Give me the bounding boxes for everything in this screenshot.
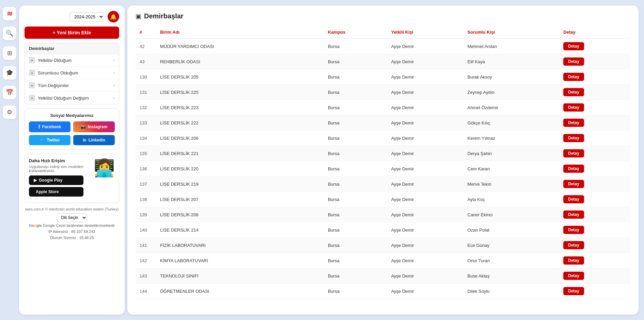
table-row: 135 LİSE DERSLİK 221 Bursa Ayşe Demir De… bbox=[136, 146, 630, 161]
cell-detay[interactable]: Detay bbox=[559, 192, 630, 207]
cell-sorumlu: Derya Şahin bbox=[464, 146, 560, 161]
detay-button[interactable]: Detay bbox=[563, 57, 584, 66]
cell-yetkili: Ayşe Demir bbox=[387, 100, 463, 115]
detay-button[interactable]: Detay bbox=[563, 149, 584, 157]
cell-kampus: Bursa bbox=[324, 207, 387, 222]
cell-birim: LİSE DERSLİK 206 bbox=[156, 131, 324, 146]
sidebar-item-settings[interactable]: ⚙ bbox=[3, 105, 16, 119]
sidebar-item-grid[interactable]: ⊞ bbox=[3, 46, 16, 60]
facebook-button[interactable]: f Facebook bbox=[29, 121, 70, 132]
language-select[interactable]: Dili Seçin bbox=[57, 213, 87, 222]
table-row: 130 LİSE DERSLİK 205 Bursa Ayşe Demir Bu… bbox=[136, 69, 630, 85]
cell-detay[interactable]: Detay bbox=[559, 268, 630, 284]
menu-item-sorumlu[interactable]: ▪ Sorumlusu Olduğum › bbox=[25, 67, 119, 79]
cell-detay[interactable]: Detay bbox=[559, 253, 630, 268]
cell-sorumlu: Buse Aktaş bbox=[464, 268, 560, 284]
cell-id: 135 bbox=[136, 146, 156, 161]
detay-button[interactable]: Detay bbox=[563, 73, 584, 81]
cell-birim: FİZİK LABORATUVARI bbox=[156, 238, 324, 253]
sidebar-item-graduation[interactable]: 🎓 bbox=[3, 66, 16, 80]
quick-access-desc: Uygulamayı indirip tüm modülleri kullana… bbox=[29, 165, 90, 173]
cell-id: 138 bbox=[136, 192, 156, 207]
detay-button[interactable]: Detay bbox=[563, 42, 584, 50]
cell-sorumlu: Gökçe Kılıç bbox=[464, 115, 560, 131]
instagram-button[interactable]: 📷 Instagram bbox=[73, 121, 115, 132]
apple-store-button[interactable]: Apple Store bbox=[29, 187, 83, 197]
detay-button[interactable]: Detay bbox=[563, 256, 584, 265]
col-header-id: # bbox=[136, 26, 156, 38]
table-body: 42 MÜDÜR YARDIMCI ODASI Bursa Ayşe Demir… bbox=[136, 38, 630, 299]
table-row: 136 LİSE DERSLİK 220 Bursa Ayşe Demir Ce… bbox=[136, 161, 630, 176]
twitter-button[interactable]: 🐦 Twitter bbox=[29, 135, 70, 145]
cell-yetkili: Ayşe Demir bbox=[387, 69, 463, 85]
google-play-button[interactable]: ▶ Google Play bbox=[29, 175, 83, 185]
cell-yetkili: Ayşe Demir bbox=[387, 54, 463, 69]
cell-sorumlu: Onur Turan bbox=[464, 253, 560, 268]
grid-icon: ⊞ bbox=[7, 49, 12, 57]
detay-button[interactable]: Detay bbox=[563, 165, 584, 173]
linkedin-button[interactable]: in Linkedin bbox=[73, 135, 115, 145]
cell-detay[interactable]: Detay bbox=[559, 176, 630, 192]
detay-button[interactable]: Detay bbox=[563, 241, 584, 249]
menu-label-degisim-yetkili: Yetkilisi Olduğum Değişim bbox=[38, 96, 89, 101]
demirbas-icon: ▣ bbox=[136, 13, 141, 20]
detay-button[interactable]: Detay bbox=[563, 88, 584, 96]
cell-kampus: Bursa bbox=[324, 284, 387, 299]
cell-id: 144 bbox=[136, 284, 156, 299]
cell-detay[interactable]: Detay bbox=[559, 284, 630, 299]
cell-detay[interactable]: Detay bbox=[559, 131, 630, 146]
table-row: 139 LİSE DERSLİK 208 Bursa Ayşe Demir Ca… bbox=[136, 207, 630, 222]
cell-detay[interactable]: Detay bbox=[559, 54, 630, 69]
detay-button[interactable]: Detay bbox=[563, 272, 584, 280]
cell-detay[interactable]: Detay bbox=[559, 207, 630, 222]
cell-yetkili: Ayşe Demir bbox=[387, 207, 463, 222]
cell-id: 131 bbox=[136, 85, 156, 100]
cell-sorumlu: Cem Karan bbox=[464, 161, 560, 176]
instagram-icon: 📷 bbox=[81, 124, 86, 129]
menu-item-yetkili[interactable]: ▪ Yetkilisi Olduğum › bbox=[25, 54, 119, 67]
detay-button[interactable]: Detay bbox=[563, 210, 584, 219]
cell-detay[interactable]: Detay bbox=[559, 100, 630, 115]
cell-detay[interactable]: Detay bbox=[559, 85, 630, 100]
cell-detay[interactable]: Detay bbox=[559, 238, 630, 253]
sidebar-item-zigzag[interactable]: ≋ bbox=[3, 7, 16, 20]
sidebar-item-calendar[interactable]: 📅 bbox=[3, 86, 16, 99]
detay-button[interactable]: Detay bbox=[563, 287, 584, 295]
cell-detay[interactable]: Detay bbox=[559, 38, 630, 54]
detay-button[interactable]: Detay bbox=[563, 134, 584, 142]
cell-yetkili: Ayşe Demir bbox=[387, 115, 463, 131]
year-select[interactable]: 2024-2025 2023-2024 2022-2023 bbox=[70, 12, 104, 21]
google-translate-label: Google Çeviri tarafından desteklenmekted… bbox=[43, 223, 115, 228]
cell-birim: KİMYA LABORATUVARI bbox=[156, 253, 324, 268]
twitter-icon: 🐦 bbox=[40, 138, 45, 142]
detay-button[interactable]: Detay bbox=[563, 180, 584, 188]
cell-birim: LİSE DERSLİK 222 bbox=[156, 115, 324, 131]
cell-detay[interactable]: Detay bbox=[559, 222, 630, 238]
cell-sorumlu: Elif Kaya bbox=[464, 54, 560, 69]
cell-detay[interactable]: Detay bbox=[559, 115, 630, 131]
cell-id: 43 bbox=[136, 54, 156, 69]
cell-id: 137 bbox=[136, 176, 156, 192]
cell-sorumlu: Zeynep Aydın bbox=[464, 85, 560, 100]
cell-yetkili: Ayşe Demir bbox=[387, 131, 463, 146]
facebook-label: Facebook bbox=[42, 124, 61, 129]
detay-button[interactable]: Detay bbox=[563, 103, 584, 112]
calendar-icon: 📅 bbox=[6, 89, 13, 96]
menu-item-degisim-yetkili[interactable]: ▪ Yetkilisi Olduğum Değişim › bbox=[25, 92, 119, 104]
new-birim-button[interactable]: + Yeni Birim Ekle bbox=[25, 27, 119, 39]
sidebar-item-search[interactable]: 🔍 bbox=[3, 27, 16, 40]
cell-id: 130 bbox=[136, 69, 156, 85]
cell-kampus: Bursa bbox=[324, 192, 387, 207]
cell-detay[interactable]: Detay bbox=[559, 146, 630, 161]
detay-button[interactable]: Detay bbox=[563, 226, 584, 234]
cell-id: 42 bbox=[136, 38, 156, 54]
cell-kampus: Bursa bbox=[324, 161, 387, 176]
cell-birim: MÜDÜR YARDIMCI ODASI bbox=[156, 38, 324, 54]
detay-button[interactable]: Detay bbox=[563, 119, 584, 127]
detay-button[interactable]: Detay bbox=[563, 195, 584, 203]
bell-button[interactable]: 🔔 bbox=[108, 11, 119, 22]
cell-detay[interactable]: Detay bbox=[559, 161, 630, 176]
menu-item-degisimler[interactable]: ▪ Tüm Değişimler › bbox=[25, 79, 119, 92]
cell-detay[interactable]: Detay bbox=[559, 69, 630, 85]
cell-birim: REHBERLİK ODASI bbox=[156, 54, 324, 69]
